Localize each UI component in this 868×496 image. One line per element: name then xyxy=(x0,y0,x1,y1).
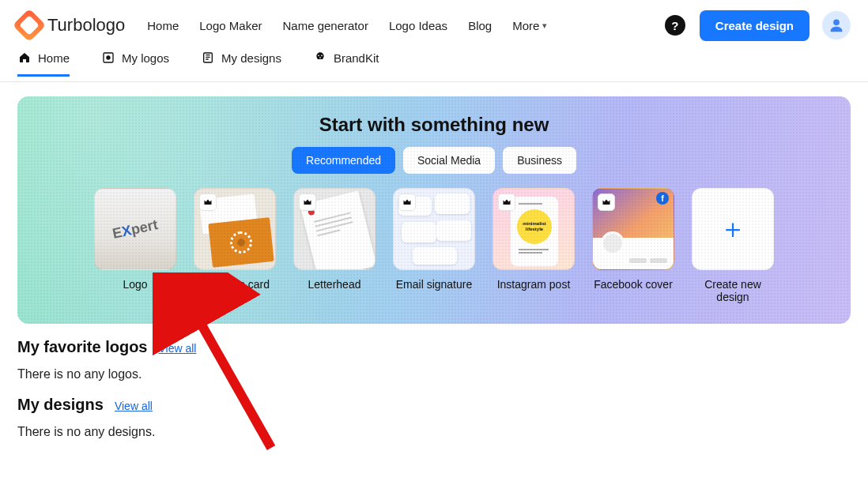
designs-empty-text: There is no any designs. xyxy=(17,425,851,439)
plus-icon: ＋ xyxy=(719,211,746,247)
nav-name-generator[interactable]: Name generator xyxy=(282,19,368,32)
account-avatar[interactable] xyxy=(822,11,851,39)
template-card-business-card[interactable] xyxy=(194,188,276,270)
template-label: Letterhead xyxy=(308,278,361,291)
svg-point-6 xyxy=(319,57,321,58)
template-label: Email signature xyxy=(396,278,473,291)
tab-home[interactable]: Home xyxy=(17,51,70,77)
section-title: My designs xyxy=(17,396,104,414)
premium-badge xyxy=(498,194,515,211)
view-all-favorites-link[interactable]: View all xyxy=(158,342,196,355)
crown-icon xyxy=(402,197,412,207)
brand[interactable]: Turbologo xyxy=(17,13,125,37)
tab-my-logos[interactable]: My logos xyxy=(101,51,169,74)
help-button[interactable]: ? xyxy=(665,15,685,36)
crown-icon xyxy=(203,197,213,207)
section-my-designs: My designs View all There is no any desi… xyxy=(0,381,868,439)
create-design-button[interactable]: Create design xyxy=(700,10,810,41)
tab-my-designs-label: My designs xyxy=(221,51,281,65)
brand-name: Turbologo xyxy=(47,15,125,36)
tab-brandkit-label: BrandKit xyxy=(334,51,379,65)
tab-my-designs[interactable]: My designs xyxy=(201,51,281,74)
filter-business[interactable]: Business xyxy=(503,147,576,174)
template-card-logo[interactable]: EXpert xyxy=(94,188,176,270)
template-cards: EXpert Logo Business card Letterhead xyxy=(32,188,836,303)
nav-logo-maker[interactable]: Logo Maker xyxy=(199,19,262,32)
start-panel: Start with something new Recommended Soc… xyxy=(17,96,851,324)
workspace-tabs: Home My logos My designs BrandKit xyxy=(0,51,868,82)
home-icon xyxy=(17,51,32,65)
section-title: My favorite logos xyxy=(17,338,147,356)
chevron-down-icon: ▾ xyxy=(542,21,547,31)
nav-more[interactable]: More ▾ xyxy=(512,19,547,32)
template-label: Create new design xyxy=(690,278,776,303)
help-icon: ? xyxy=(671,19,678,32)
template-card-instagram-post[interactable]: minimalistlifestyle xyxy=(492,188,575,270)
template-card-email-signature[interactable] xyxy=(393,188,475,270)
svg-point-5 xyxy=(321,54,323,56)
premium-badge xyxy=(199,194,217,211)
tab-my-logos-label: My logos xyxy=(122,51,169,65)
filter-recommended[interactable]: Recommended xyxy=(292,147,395,174)
nav-logo-ideas[interactable]: Logo Ideas xyxy=(389,19,447,32)
top-nav: Turbologo Home Logo Maker Name generator… xyxy=(0,0,868,51)
logo-thumb-text: EXpert xyxy=(111,216,159,242)
svg-point-4 xyxy=(318,54,319,56)
logos-icon xyxy=(101,51,115,65)
template-label: Instagram post xyxy=(497,278,571,291)
nav-more-label: More xyxy=(512,19,539,32)
premium-badge xyxy=(398,194,416,211)
template-card-create-new[interactable]: ＋ xyxy=(692,188,774,270)
nav-home[interactable]: Home xyxy=(147,19,179,32)
template-label: Facebook cover xyxy=(594,278,673,291)
crown-icon xyxy=(303,197,312,207)
template-card-facebook-cover[interactable]: f xyxy=(592,188,674,270)
template-label: Business card xyxy=(200,278,270,291)
facebook-icon: f xyxy=(656,192,669,205)
template-filters: Recommended Social Media Business xyxy=(32,147,836,174)
premium-badge xyxy=(598,194,615,211)
template-label: Logo xyxy=(123,278,147,291)
brand-logo-icon xyxy=(13,9,46,42)
user-icon xyxy=(828,17,845,34)
crown-icon xyxy=(502,197,511,207)
start-title: Start with something new xyxy=(32,114,836,136)
tab-home-label: Home xyxy=(38,51,70,65)
svg-point-2 xyxy=(107,56,110,59)
favorites-empty-text: There is no any logos. xyxy=(17,367,851,381)
nav-blog[interactable]: Blog xyxy=(468,19,492,32)
svg-point-0 xyxy=(833,19,840,25)
filter-social-media[interactable]: Social Media xyxy=(403,147,495,174)
premium-badge xyxy=(299,194,316,211)
primary-nav: Home Logo Maker Name generator Logo Idea… xyxy=(147,19,547,32)
designs-icon xyxy=(201,51,215,65)
brandkit-icon xyxy=(313,51,327,65)
crown-icon xyxy=(602,197,611,207)
tab-brandkit[interactable]: BrandKit xyxy=(313,51,379,74)
section-favorite-logos: My favorite logos View all There is no a… xyxy=(0,324,868,381)
view-all-designs-link[interactable]: View all xyxy=(115,400,153,412)
template-card-letterhead[interactable] xyxy=(293,188,376,270)
